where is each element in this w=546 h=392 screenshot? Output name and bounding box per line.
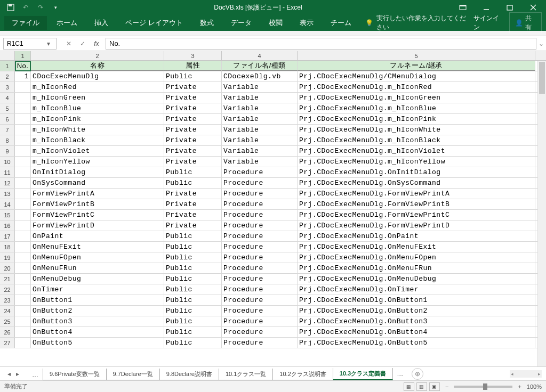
- cell[interactable]: FormViewPrintD: [31, 220, 164, 231]
- cell[interactable]: Prj.CDocExecMenuDlg.OnPaint: [298, 231, 535, 241]
- col-header-3[interactable]: 3: [164, 51, 222, 60]
- cell[interactable]: OnButton2: [31, 306, 164, 316]
- cell[interactable]: [15, 231, 31, 241]
- qat-customize-icon[interactable]: ▾: [51, 3, 60, 12]
- row-header[interactable]: 2: [0, 71, 15, 81]
- vertical-scrollbar[interactable]: [537, 61, 546, 366]
- row-header[interactable]: 26: [0, 327, 15, 337]
- sheet-tab[interactable]: 9.7Declare一覧: [106, 369, 160, 380]
- tab-nav-prev-icon[interactable]: ◂: [5, 370, 13, 378]
- cell[interactable]: Private: [164, 93, 222, 103]
- cell[interactable]: Variable: [222, 114, 298, 124]
- tabs-overflow-right[interactable]: …: [392, 369, 407, 379]
- row-header[interactable]: 16: [0, 220, 15, 231]
- cell[interactable]: OnButton4: [31, 327, 164, 337]
- cell[interactable]: m_hIconBlack: [31, 135, 164, 145]
- cell[interactable]: Private: [164, 114, 222, 124]
- zoom-thumb[interactable]: [483, 383, 487, 390]
- cell[interactable]: Procedure: [222, 327, 298, 337]
- normal-view-icon[interactable]: ▦: [404, 382, 414, 391]
- row-header[interactable]: 3: [0, 82, 15, 92]
- cell[interactable]: CDocExecMenuDlg: [31, 71, 164, 81]
- cell[interactable]: Prj.CDocExecMenuDlg.m_hIconBlue: [298, 103, 535, 113]
- row-header[interactable]: 9: [0, 146, 15, 156]
- cell[interactable]: [15, 189, 31, 199]
- sheet-tab[interactable]: 10.2クラス説明書: [272, 369, 333, 380]
- col-header-1[interactable]: 1: [15, 51, 31, 60]
- cell[interactable]: Procedure: [222, 263, 298, 273]
- cell[interactable]: Procedure: [222, 316, 298, 326]
- cell[interactable]: Procedure: [222, 220, 298, 231]
- cell[interactable]: Procedure: [222, 210, 298, 220]
- cell[interactable]: Prj.CDocExecMenuDlg.OnInitDialog: [298, 167, 535, 177]
- cell[interactable]: Private: [164, 157, 222, 167]
- cell[interactable]: Public: [164, 178, 222, 188]
- cell[interactable]: OnSysCommand: [31, 178, 164, 188]
- formula-input[interactable]: No.: [106, 38, 536, 50]
- sheet-tab[interactable]: 10.1クラス一覧: [219, 369, 273, 380]
- cell[interactable]: [15, 252, 31, 263]
- select-all-corner[interactable]: [0, 51, 15, 60]
- cell[interactable]: Prj.CDocExecMenuDlg.OnButton2: [298, 306, 535, 316]
- cell[interactable]: [15, 316, 31, 326]
- row-header[interactable]: 7: [0, 125, 15, 135]
- row-header[interactable]: 4: [0, 93, 15, 103]
- cell[interactable]: OnMenuFRun: [31, 263, 164, 273]
- cell[interactable]: 1: [15, 71, 31, 81]
- cell[interactable]: [15, 114, 31, 124]
- cell[interactable]: Public: [164, 167, 222, 177]
- row-header[interactable]: 14: [0, 199, 15, 209]
- add-sheet-button[interactable]: ⊕: [412, 368, 423, 380]
- cell[interactable]: OnButton3: [31, 316, 164, 326]
- tell-me-search[interactable]: 💡 実行したい作業を入力してください: [365, 14, 471, 32]
- sheet-tab[interactable]: 9.8Declare説明書: [159, 369, 219, 380]
- cell[interactable]: [15, 135, 31, 145]
- cell[interactable]: Prj.CDocExecMenuDlg/CMenuDialog: [298, 71, 535, 81]
- tab-team[interactable]: チーム: [323, 16, 359, 30]
- cell[interactable]: Variable: [222, 146, 298, 156]
- cell[interactable]: [15, 274, 31, 284]
- cell[interactable]: m_hIconGreen: [31, 93, 164, 103]
- cell[interactable]: m_hIconViolet: [31, 146, 164, 156]
- cell[interactable]: Private: [164, 135, 222, 145]
- cell[interactable]: Variable: [222, 125, 298, 135]
- cell[interactable]: Public: [164, 316, 222, 326]
- row-header[interactable]: 1: [0, 61, 15, 71]
- cell[interactable]: OnMenuFExit: [31, 242, 164, 252]
- cell[interactable]: Private: [164, 82, 222, 92]
- row-header[interactable]: 12: [0, 178, 15, 188]
- zoom-out-button[interactable]: −: [445, 383, 448, 390]
- zoom-level[interactable]: 100%: [527, 383, 542, 390]
- name-box[interactable]: R1C1 ▾: [3, 38, 57, 50]
- cell[interactable]: [15, 93, 31, 103]
- row-header[interactable]: 17: [0, 231, 15, 241]
- cell[interactable]: Variable: [222, 103, 298, 113]
- redo-icon[interactable]: ↷: [36, 3, 45, 12]
- cell[interactable]: Prj.CDocExecMenuDlg.OnTimer: [298, 284, 535, 295]
- cell[interactable]: Prj.CDocExecMenuDlg.OnMenuFExit: [298, 242, 535, 252]
- cell[interactable]: FormViewPrintC: [31, 210, 164, 220]
- cell[interactable]: Prj.CDocExecMenuDlg.m_hIconYellow: [298, 157, 535, 167]
- cell[interactable]: m_hIconWhite: [31, 125, 164, 135]
- cell[interactable]: Public: [164, 242, 222, 252]
- tab-home[interactable]: ホーム: [49, 16, 85, 30]
- cell[interactable]: Procedure: [222, 167, 298, 177]
- row-header[interactable]: 10: [0, 157, 15, 167]
- cell[interactable]: Prj.CDocExecMenuDlg.OnSysCommand: [298, 178, 535, 188]
- cell[interactable]: Prj.CDocExecMenuDlg.OnMenuFRun: [298, 263, 535, 273]
- cell[interactable]: ファイル名/種類: [222, 61, 298, 71]
- cell[interactable]: [15, 167, 31, 177]
- cell[interactable]: Prj.CDocExecMenuDlg.m_hIconRed: [298, 82, 535, 92]
- row-header[interactable]: 6: [0, 114, 15, 124]
- row-header[interactable]: 11: [0, 167, 15, 177]
- cell[interactable]: Public: [164, 327, 222, 337]
- row-header[interactable]: 19: [0, 252, 15, 263]
- save-icon[interactable]: [6, 3, 15, 12]
- cell[interactable]: Prj.CDocExecMenuDlg.FormViewPrintC: [298, 210, 535, 220]
- cell[interactable]: Procedure: [222, 231, 298, 241]
- cell[interactable]: [15, 82, 31, 92]
- tab-data[interactable]: データ: [223, 16, 259, 30]
- cell[interactable]: Prj.CDocExecMenuDlg.m_hIconWhite: [298, 125, 535, 135]
- cell[interactable]: Prj.CDocExecMenuDlg.m_hIconGreen: [298, 93, 535, 103]
- cell[interactable]: OnButton1: [31, 295, 164, 305]
